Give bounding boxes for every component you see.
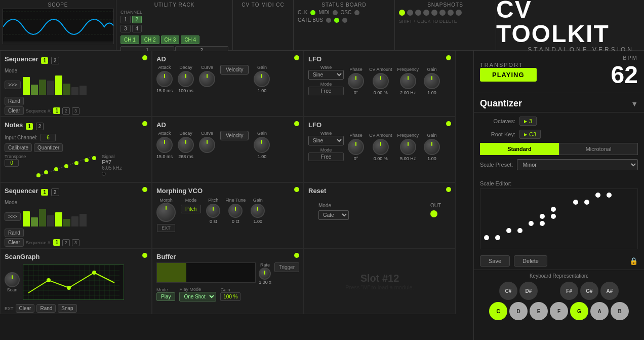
buf-mode-value[interactable]: Play bbox=[156, 292, 175, 301]
ad2-curve-knob[interactable] bbox=[199, 137, 215, 153]
delete-button[interactable]: Delete bbox=[514, 255, 547, 267]
sg-snap-btn[interactable]: Snap bbox=[58, 304, 76, 313]
key-f-sharp[interactable]: F# bbox=[560, 282, 578, 300]
scale-dot[interactable] bbox=[584, 200, 589, 205]
octaves-value[interactable]: ▶ 3 bbox=[519, 117, 537, 126]
notes-transpose-group: Transpose bbox=[5, 154, 26, 179]
buf-play-mode-select[interactable]: One Shot bbox=[179, 292, 216, 301]
playing-button[interactable]: PLAYING bbox=[480, 68, 537, 82]
scale-dot[interactable] bbox=[540, 214, 545, 219]
lfo1-phase-knob[interactable] bbox=[348, 73, 364, 89]
scale-dot[interactable] bbox=[607, 193, 612, 198]
seq2-rand-btn[interactable]: Rand bbox=[5, 229, 24, 237]
snap-7[interactable] bbox=[448, 10, 454, 16]
key-g[interactable]: G bbox=[570, 302, 588, 320]
snap-8[interactable] bbox=[456, 10, 462, 16]
vco-pitch-mode[interactable]: Pitch bbox=[181, 205, 201, 213]
ad1-curve-knob[interactable] bbox=[199, 71, 215, 87]
notes-input-channel[interactable] bbox=[41, 134, 56, 141]
notes-quantizer-btn[interactable]: Quantizer bbox=[34, 143, 63, 152]
snap-5[interactable] bbox=[431, 10, 437, 16]
ad2-gain-knob[interactable] bbox=[254, 137, 270, 153]
scale-dot[interactable] bbox=[573, 200, 578, 205]
lfo1-freq-knob[interactable] bbox=[400, 73, 416, 89]
key-c[interactable]: C bbox=[489, 302, 507, 320]
vco-gain-knob[interactable] bbox=[251, 204, 265, 218]
key-d-sharp[interactable]: D# bbox=[519, 282, 538, 300]
svg-point-9 bbox=[74, 161, 78, 165]
scale-dot[interactable] bbox=[540, 221, 545, 226]
ad1-gain-knob[interactable] bbox=[254, 71, 270, 87]
key-c-sharp[interactable]: C# bbox=[499, 282, 517, 300]
scale-dot[interactable] bbox=[529, 221, 534, 226]
key-e[interactable]: E bbox=[530, 302, 548, 320]
ad1-velocity-btn[interactable]: Velocity bbox=[220, 65, 249, 74]
seq1-mode-btn[interactable]: >>> bbox=[5, 81, 21, 89]
sg-rand-btn[interactable]: Rand bbox=[36, 304, 56, 313]
ch3-button[interactable]: CH 3 bbox=[161, 35, 180, 44]
microtonal-btn[interactable]: Microtonal bbox=[559, 143, 638, 155]
snap-1[interactable] bbox=[399, 10, 405, 16]
scale-dot[interactable] bbox=[595, 193, 600, 198]
key-f[interactable]: F bbox=[550, 302, 568, 320]
ad2-decay-knob[interactable] bbox=[178, 137, 194, 153]
scale-preset-select[interactable]: Minor Major Pentatonic bbox=[517, 159, 638, 170]
key-a-sharp[interactable]: A# bbox=[600, 282, 619, 300]
seq2-num3: 3 bbox=[72, 239, 79, 246]
scale-dot[interactable] bbox=[517, 228, 522, 233]
ad1-decay-knob[interactable] bbox=[178, 71, 194, 87]
vco-morph-knob[interactable] bbox=[156, 203, 176, 222]
octaves-row: Octaves: ▶ 3 bbox=[480, 117, 638, 126]
ch2-button[interactable]: CH 2 bbox=[141, 35, 159, 44]
scale-dot[interactable] bbox=[495, 235, 500, 240]
root-key-value[interactable]: ▶ C3 bbox=[519, 130, 541, 139]
vco-pitch-group: Pitch 0 st bbox=[206, 198, 220, 224]
seq2-mode-btn[interactable]: >>> bbox=[5, 212, 21, 221]
reset-module: Reset Mode Gate OUT bbox=[304, 182, 456, 248]
ad2-attack-knob[interactable] bbox=[156, 137, 173, 153]
snap-3[interactable] bbox=[415, 10, 421, 16]
snap-2[interactable] bbox=[407, 10, 413, 16]
snap-6[interactable] bbox=[439, 10, 446, 16]
lfo1-wave-select[interactable]: Sine bbox=[308, 70, 344, 80]
svg-point-10 bbox=[85, 158, 89, 162]
lfo2-wave-select[interactable]: Sine bbox=[308, 136, 344, 145]
seq1-clear-btn[interactable]: Clear bbox=[5, 106, 24, 115]
scale-dot[interactable] bbox=[551, 214, 556, 219]
lfo2-cv-knob[interactable] bbox=[373, 139, 389, 155]
key-d[interactable]: D bbox=[509, 302, 528, 320]
lfo2-freq-knob[interactable] bbox=[400, 139, 416, 155]
lfo1-cv-knob[interactable] bbox=[373, 73, 389, 89]
lfo2-gain-knob[interactable] bbox=[424, 139, 440, 155]
sg-clear-btn[interactable]: Clear bbox=[16, 304, 35, 313]
buf-trigger-btn[interactable]: Trigger bbox=[274, 262, 299, 272]
sg-scan-knob[interactable] bbox=[5, 272, 20, 287]
vco-fine-knob[interactable] bbox=[228, 204, 243, 218]
snap-4[interactable] bbox=[423, 10, 429, 16]
quantizer-dropdown-icon[interactable]: ▼ bbox=[631, 100, 638, 108]
key-g-sharp[interactable]: G# bbox=[580, 282, 598, 300]
scale-dot[interactable] bbox=[551, 207, 556, 212]
lfo2-phase-knob[interactable] bbox=[348, 139, 364, 155]
seq2-clear-btn[interactable]: Clear bbox=[5, 238, 24, 247]
lfo1-gain-knob[interactable] bbox=[424, 73, 440, 89]
key-b[interactable]: B bbox=[611, 302, 629, 320]
ch1-button[interactable]: CH 1 bbox=[120, 35, 139, 44]
vco-pitch-knob[interactable] bbox=[206, 204, 220, 218]
scale-dot[interactable] bbox=[506, 228, 511, 233]
key-a[interactable]: A bbox=[590, 302, 609, 320]
standard-btn[interactable]: Standard bbox=[480, 143, 559, 155]
scale-dot[interactable] bbox=[484, 235, 489, 240]
save-button[interactable]: Save bbox=[480, 255, 510, 267]
notes-calibrate-btn[interactable]: Calibrate bbox=[5, 143, 32, 152]
ad2-gain-value: 1.00 bbox=[258, 154, 267, 159]
scale-grid-svg: // This will be rendered via inline JS b… bbox=[482, 191, 629, 248]
seq1-rand-btn[interactable]: Rand bbox=[5, 97, 24, 105]
sequencer1-module: Sequencer 1 2 Mode >>> bbox=[0, 51, 152, 117]
buf-rate-knob[interactable] bbox=[259, 268, 271, 280]
ch4-button[interactable]: CH 4 bbox=[181, 35, 199, 44]
reset-gate-select[interactable]: Gate bbox=[318, 210, 349, 220]
notes-transpose-input[interactable] bbox=[5, 159, 19, 167]
ad1-attack-knob[interactable] bbox=[156, 71, 173, 87]
ad2-velocity-btn[interactable]: Velocity bbox=[220, 131, 249, 140]
